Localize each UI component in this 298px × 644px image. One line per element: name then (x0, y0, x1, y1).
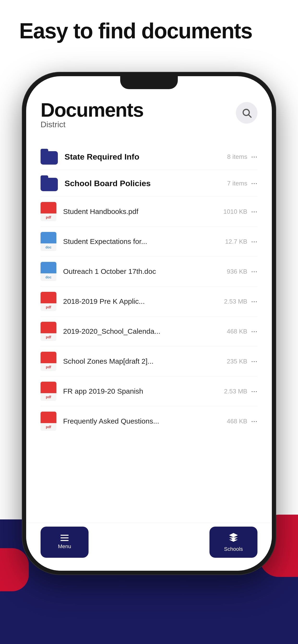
menu-tab-button[interactable]: Menu (41, 526, 89, 558)
folder-name-state: State Required Info (65, 152, 222, 162)
file-item-7[interactable]: pdf Frequently Asked Questions... 468 KB… (41, 406, 257, 436)
file-meta-5: 235 KB (227, 358, 247, 365)
file-item-2[interactable]: doc Outreach 1 October 17th.doc 936 KB ·… (41, 256, 257, 286)
folder-name-board: School Board Policies (65, 179, 222, 188)
docs-title: Documents (41, 100, 143, 120)
file-name-7: Frequently Asked Questions... (63, 417, 222, 425)
file-meta-2: 936 KB (227, 268, 247, 275)
pdf-icon-0: pdf (41, 202, 56, 221)
file-more-2[interactable]: ··· (251, 268, 257, 275)
file-meta-7: 468 KB (227, 418, 247, 425)
file-item-1[interactable]: doc Student Expectations for... 12.7 KB … (41, 227, 257, 256)
file-more-7[interactable]: ··· (251, 417, 257, 425)
docs-title-group: Documents District (41, 100, 143, 141)
file-item-6[interactable]: pdf FR app 2019-20 Spanish 2.53 MB ··· (41, 376, 257, 406)
file-meta-0: 1010 KB (223, 208, 247, 216)
folder-icon-board (41, 176, 58, 191)
phone-mockup: Documents District (22, 72, 276, 575)
file-name-3: 2018-2019 Pre K Applic... (63, 297, 219, 306)
file-more-0[interactable]: ··· (251, 208, 257, 216)
docs-header: Documents District (41, 100, 257, 141)
folder-item-school-board[interactable]: School Board Policies 7 items ··· (41, 170, 257, 197)
file-item-5[interactable]: pdf School Zones Map[draft 2]... 235 KB … (41, 346, 257, 376)
phone-outer: Documents District (22, 72, 276, 575)
folder-icon-state (41, 149, 58, 164)
tab-bar: Menu Schools (26, 523, 272, 571)
file-meta-6: 2.53 MB (224, 388, 247, 395)
pdf-icon-5: pdf (41, 352, 56, 371)
folder-meta-state: 8 items (227, 153, 247, 160)
svg-line-1 (249, 115, 251, 117)
pdf-icon-6: pdf (41, 382, 56, 401)
schools-tab-label: Schools (224, 546, 243, 552)
menu-tab-label: Menu (58, 544, 71, 550)
file-meta-1: 12.7 KB (225, 238, 247, 245)
docs-subtitle: District (41, 120, 143, 129)
file-more-4[interactable]: ··· (251, 328, 257, 335)
file-meta-4: 468 KB (227, 328, 247, 335)
file-meta-3: 2.53 MB (224, 298, 247, 305)
svg-rect-2 (232, 538, 235, 540)
doc-icon-2: doc (41, 262, 56, 281)
schools-icon (228, 532, 239, 544)
search-button[interactable] (236, 102, 257, 124)
file-more-6[interactable]: ··· (251, 388, 257, 395)
file-name-6: FR app 2019-20 Spanish (63, 387, 219, 395)
search-icon (241, 108, 252, 118)
doc-icon-1: doc (41, 232, 56, 251)
file-name-1: Student Expectations for... (63, 238, 220, 246)
pdf-icon-3: pdf (41, 292, 56, 311)
page-title: Easy to find documents (19, 19, 252, 43)
file-name-0: Student Handbooks.pdf (63, 208, 219, 216)
file-name-5: School Zones Map[draft 2]... (63, 357, 222, 365)
phone-notch (120, 76, 178, 89)
screen-content: Documents District (26, 76, 272, 571)
folder-meta-board: 7 items (227, 180, 247, 187)
pdf-icon-7: pdf (41, 412, 56, 431)
file-item-0[interactable]: pdf Student Handbooks.pdf 1010 KB ··· (41, 197, 257, 227)
hamburger-icon (60, 535, 69, 541)
file-name-4: 2019-2020_School_Calenda... (63, 327, 222, 336)
file-more-3[interactable]: ··· (251, 298, 257, 305)
folder-item-state-required[interactable]: State Required Info 8 items ··· (41, 144, 257, 170)
schools-tab-button[interactable]: Schools (209, 526, 257, 558)
phone-screen: Documents District (26, 76, 272, 571)
folder-more-state[interactable]: ··· (251, 153, 257, 160)
file-name-2: Outreach 1 October 17th.doc (63, 268, 222, 276)
file-more-1[interactable]: ··· (251, 238, 257, 245)
folder-more-board[interactable]: ··· (251, 180, 257, 187)
file-item-3[interactable]: pdf 2018-2019 Pre K Applic... 2.53 MB ··… (41, 286, 257, 316)
file-item-4[interactable]: pdf 2019-2020_School_Calenda... 468 KB ·… (41, 316, 257, 346)
file-more-5[interactable]: ··· (251, 358, 257, 365)
pdf-icon-4: pdf (41, 322, 56, 341)
